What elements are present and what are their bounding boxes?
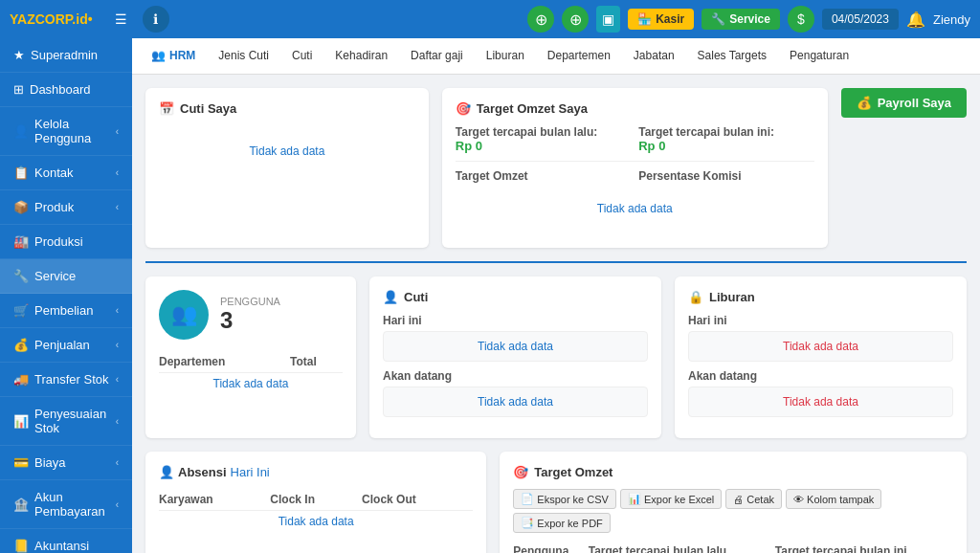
sidebar-item-kelola-pengguna[interactable]: 👤 Kelola Pengguna ‹ (0, 107, 132, 156)
liburan-akan-datang-data: Tidak ada data (688, 387, 953, 417)
factory-icon: 🏭 (13, 234, 29, 249)
export-buttons-group: 📄 Ekspor ke CSV 📊 Expor ke Excel 🖨 Cetak (513, 489, 953, 533)
sidebar: ★ Superadmin ⊞ Dashboard 👤 Kelola Penggu… (0, 38, 132, 553)
print-icon: 🖨 (733, 494, 744, 505)
absensi-hari-ini: Hari Ini (231, 465, 270, 479)
target-omzet-col1: Target Omzet (456, 169, 631, 183)
sidebar-item-penjualan[interactable]: 💰 Penjualan ‹ (0, 328, 132, 363)
cuti-mid-icon: 👤 (383, 290, 398, 304)
target-omzet-bottom-icon: 🎯 (513, 465, 528, 479)
subnav-jenis-cuti[interactable]: Jenis Cuti (209, 41, 278, 72)
kasir-button[interactable]: 🏪 Kasir (628, 9, 694, 30)
liburan-title: 🔒 Liburan (688, 290, 953, 304)
chevron-icon: ‹ (116, 374, 119, 385)
sidebar-item-produk[interactable]: 📦 Produk ‹ (0, 190, 132, 225)
chevron-icon: ‹ (116, 340, 119, 350)
section-divider (145, 261, 967, 263)
middle-row: 👥 PENGGUNA 3 Departemen Total (145, 276, 967, 438)
chevron-icon: ‹ (116, 499, 119, 510)
target-grid: Target tercapai bulan lalu: Rp 0 Target … (456, 125, 814, 153)
top-left-cards: 📅 Cuti Saya Tidak ada data 🎯 Target Omze… (145, 88, 828, 248)
hrm-icon: 👥 (151, 49, 166, 62)
print-button[interactable]: 🖨 Cetak (725, 489, 782, 509)
liburan-hari-ini-data: Tidak ada data (688, 331, 953, 362)
cuti-hari-ini-label: Hari ini (383, 314, 648, 327)
target-omzet-no-data: Tidak ada data (456, 183, 814, 234)
target-footer: Target Omzet Persentase Komisi (456, 161, 814, 183)
wrench-icon: 🔧 (13, 269, 29, 283)
sidebar-item-penyesuaian-stok[interactable]: 📊 Penyesuaian Stok ‹ (0, 397, 132, 446)
main-container: ★ Superadmin ⊞ Dashboard 👤 Kelola Penggu… (0, 38, 980, 553)
payroll-button[interactable]: 💰 Payroll Saya (841, 88, 967, 118)
sidebar-item-akuntansi[interactable]: 📒 Akuntansi (0, 529, 132, 553)
export-csv-button[interactable]: 📄 Ekspor ke CSV (513, 489, 616, 509)
dollar-icon: $ (797, 11, 805, 27)
menu-toggle-button[interactable]: ☰ (108, 6, 135, 33)
cuti-mid-title: 👤 Cuti (383, 290, 648, 304)
subnav-kehadiran[interactable]: Kehadiran (325, 41, 397, 72)
service-button[interactable]: 🔧 Service (702, 9, 780, 30)
chevron-icon: ‹ (116, 416, 119, 427)
circle-icon-1[interactable]: ⊕ (527, 6, 554, 33)
csv-icon: 📄 (521, 493, 534, 505)
sidebar-item-service[interactable]: 🔧 Service (0, 259, 132, 294)
chevron-icon: ‹ (116, 305, 119, 316)
sidebar-item-kontak[interactable]: 📋 Kontak ‹ (0, 156, 132, 190)
ledger-icon: 📒 (13, 539, 29, 553)
sidebar-item-produksi[interactable]: 🏭 Produksi (0, 225, 132, 259)
money-icon: 💰 (13, 338, 29, 352)
monitor-button[interactable]: ▣ (596, 6, 620, 33)
cuti-akan-datang-data: Tidak ada data (383, 387, 648, 417)
columns-icon: 👁 (793, 494, 804, 505)
subnav-daftar-gaji[interactable]: Daftar gaji (401, 41, 473, 72)
subnav-departemen[interactable]: Departemen (538, 41, 620, 72)
cuti-saya-title: 📅 Cuti Saya (159, 101, 415, 116)
excel-icon: 📊 (628, 493, 641, 505)
lock-icon: 🔒 (688, 290, 703, 304)
target-omzet-saya-card: 🎯 Target Omzet Saya Target tercapai bula… (442, 88, 828, 248)
grid-icon: ⊞ (13, 82, 24, 97)
sub-navbar: 👥 HRM Jenis Cuti Cuti Kehadiran Daftar g… (132, 38, 980, 75)
subnav-jabatan[interactable]: Jabatan (624, 41, 684, 72)
sidebar-item-superadmin[interactable]: ★ Superadmin (0, 38, 132, 73)
liburan-akan-datang-label: Akan datang (688, 369, 953, 383)
cuti-saya-card: 📅 Cuti Saya Tidak ada data (145, 88, 429, 248)
kasir-icon: 🏪 (637, 12, 652, 26)
sidebar-item-pembelian[interactable]: 🛒 Pembelian ‹ (0, 294, 132, 328)
tom-col-bulan-ini: Target tercapai bulan ini (775, 541, 953, 553)
brand-logo[interactable]: YAZCORP.id• (10, 11, 93, 27)
users-icon: 👥 (171, 302, 197, 327)
subnav-pengaturan[interactable]: Pengaturan (780, 41, 858, 72)
notification-bell[interactable]: 🔔 (906, 11, 925, 29)
green-icon-btn[interactable]: $ (788, 6, 814, 33)
target-value-2: Rp 0 (638, 139, 813, 153)
cuti-saya-no-data: Tidak ada data (159, 125, 415, 177)
cuti-hari-ini-data: Tidak ada data (383, 331, 648, 362)
subnav-hrm[interactable]: 👥 HRM (142, 41, 205, 72)
cart-icon: 🛒 (13, 303, 29, 318)
subnav-sales-targets[interactable]: Sales Targets (688, 41, 777, 72)
circle-icon-2[interactable]: ⊕ (562, 6, 589, 33)
tom-col-pengguna: Pengguna (513, 541, 588, 553)
cuti-mid-card: 👤 Cuti Hari ini Tidak ada data Akan data… (369, 276, 661, 438)
sidebar-item-dashboard[interactable]: ⊞ Dashboard (0, 73, 132, 107)
subnav-cuti[interactable]: Cuti (282, 41, 322, 72)
sidebar-item-transfer-stok[interactable]: 🚚 Transfer Stok ‹ (0, 363, 132, 397)
export-excel-button[interactable]: 📊 Expor ke Excel (620, 489, 722, 509)
liburan-hari-ini-label: Hari ini (688, 314, 953, 327)
bank-icon: 🏦 (13, 498, 29, 512)
absensi-col-clockout: Clock Out (362, 489, 473, 511)
pengguna-card: 👥 PENGGUNA 3 Departemen Total (145, 276, 356, 438)
subnav-liburan[interactable]: Liburan (477, 41, 534, 72)
sidebar-item-akun-pembayaran[interactable]: 🏦 Akun Pembayaran ‹ (0, 480, 132, 529)
cuti-akan-datang-label: Akan datang (383, 369, 648, 383)
sidebar-item-biaya[interactable]: 💳 Biaya ‹ (0, 446, 132, 480)
columns-button[interactable]: 👁 Kolom tampak (786, 489, 881, 509)
export-pdf-button[interactable]: 📑 Expor ke PDF (513, 513, 610, 533)
absensi-col-karyawan: Karyawan (159, 489, 270, 511)
target-omzet-saya-title: 🎯 Target Omzet Saya (456, 101, 814, 116)
target-value-1: Rp 0 (456, 139, 631, 153)
info-button[interactable]: ℹ (143, 6, 169, 33)
pengguna-label: PENGGUNA (220, 296, 280, 307)
contact-icon: 📋 (13, 166, 29, 180)
